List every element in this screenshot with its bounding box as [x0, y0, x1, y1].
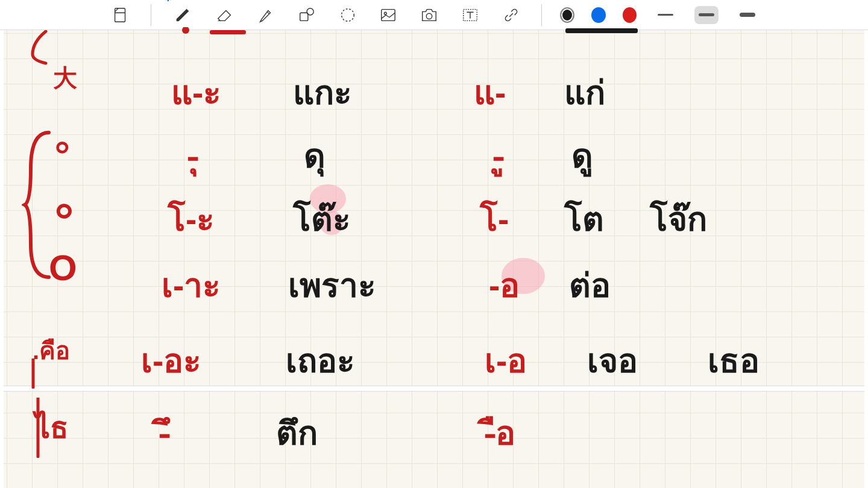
bracket-stroke — [28, 30, 52, 66]
margin-note: .คือ — [33, 331, 70, 370]
stroke-medium[interactable] — [694, 6, 719, 24]
short-vowel: โ-ะ — [168, 193, 215, 245]
text-tool-icon[interactable] — [458, 2, 482, 28]
long-example: โต — [564, 193, 604, 245]
highlighter-tool-icon[interactable] — [254, 2, 278, 28]
long-example: ดู — [571, 130, 593, 182]
svg-point-3 — [341, 8, 354, 21]
long-example-2: โจ๊ก — [650, 193, 707, 245]
long-vowel: -ู — [493, 130, 504, 182]
toolbar: ✱ — [0, 0, 868, 30]
svg-point-5 — [385, 12, 387, 14]
image-tool-icon[interactable] — [377, 2, 401, 28]
short-vowel: -ึ — [159, 407, 170, 459]
svg-rect-1 — [300, 13, 307, 20]
margin-note: 大 — [53, 61, 77, 95]
pen-tool-icon[interactable] — [169, 2, 196, 28]
long-vowel: เ-อ — [485, 334, 527, 387]
brace-stroke — [22, 127, 52, 283]
canvas[interactable]: 大 ๐ ๐ O .คือ ไธ แ-ะ แกะ แ- แก่ -ุ ดุ -ู … — [0, 30, 868, 488]
svg-rect-9 — [210, 30, 246, 34]
color-black[interactable] — [560, 7, 574, 23]
link-tool-icon[interactable] — [499, 2, 523, 28]
camera-tool-icon[interactable] — [417, 2, 441, 28]
svg-rect-10 — [565, 28, 638, 33]
stroke-thick[interactable] — [735, 6, 760, 24]
short-example: ตึก — [276, 407, 318, 459]
short-example: แกะ — [293, 66, 352, 119]
short-vowel: -ุ — [187, 130, 198, 182]
svg-point-6 — [427, 13, 432, 19]
long-vowel: โ- — [480, 193, 509, 245]
short-vowel: เ-าะ — [162, 259, 221, 311]
short-vowel: แ-ะ — [171, 66, 221, 119]
stroke-thin[interactable] — [653, 6, 678, 24]
color-blue[interactable] — [591, 7, 606, 23]
long-vowel: -อ — [489, 259, 520, 311]
short-example: ดุ — [304, 130, 326, 182]
eraser-tool-icon[interactable] — [213, 2, 237, 28]
long-vowel: -ือ — [485, 407, 515, 459]
svg-rect-4 — [382, 9, 395, 20]
color-red[interactable] — [623, 7, 637, 23]
margin-note: ๐ — [55, 184, 74, 231]
long-example: เจอ — [587, 334, 638, 387]
margin-note: ๐ — [55, 125, 69, 164]
short-example: โต๊ะ — [293, 193, 351, 245]
short-example: เพราะ — [288, 259, 376, 311]
page-tool-icon[interactable] — [108, 2, 133, 28]
lasso-tool-icon[interactable] — [336, 2, 360, 28]
toolbar-divider — [541, 4, 542, 26]
short-example: เถอะ — [286, 334, 355, 387]
shape-tool-icon[interactable] — [295, 2, 319, 28]
short-vowel: เ-อะ — [141, 334, 201, 387]
long-example-2: เธอ — [708, 334, 760, 387]
long-example: ต่อ — [569, 259, 611, 311]
long-vowel: แ- — [474, 66, 506, 119]
toolbar-divider — [151, 4, 151, 26]
long-example: แก่ — [564, 66, 605, 119]
stroke — [30, 358, 36, 389]
margin-note: O — [49, 247, 77, 289]
stroke — [35, 398, 41, 458]
svg-point-2 — [307, 8, 313, 14]
bluetooth-icon: ✱ — [165, 0, 172, 3]
prev-row-remnant — [174, 27, 656, 39]
svg-point-8 — [182, 27, 189, 34]
